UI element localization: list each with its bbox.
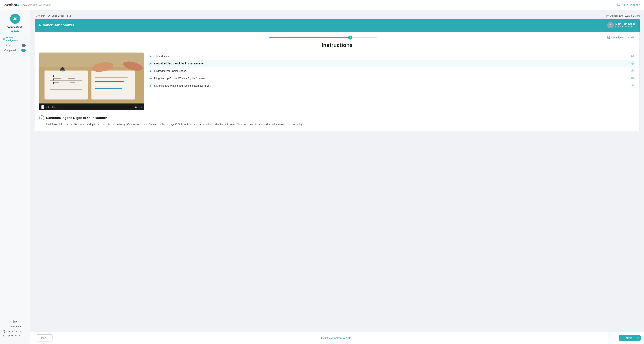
- step-title: Randomizing the Digits in Your Number: [46, 116, 107, 120]
- sign-out-button[interactable]: Sign out: [0, 29, 30, 32]
- grade-badge: M: [67, 15, 71, 17]
- completion-checklist-button[interactable]: Completion Checklist: [607, 36, 635, 39]
- logo: ozobot Classroom FOR EDUCATORS: [4, 3, 51, 8]
- lesson-body: 4 Completion Checklist Instructions: [35, 32, 640, 131]
- sidebar-bottom: Resources Color Code Chart Update Ozobot: [0, 316, 30, 340]
- hint-button[interactable]: Stuck? Ask for a hint!: [321, 336, 351, 339]
- progress-fill: [269, 37, 350, 38]
- video-play-button[interactable]: ▶: [41, 105, 44, 109]
- color-code-chart-label: Color Code Chart: [6, 330, 23, 333]
- home-assignments-section: Home assignments ⌃ To Do 3 Completed 11: [0, 35, 30, 54]
- step-body: First, look at the Number Randomizer Map…: [39, 122, 635, 127]
- home-assignments-label: Home assignments: [6, 36, 25, 42]
- color-codes-icon: [48, 15, 50, 17]
- todo-label: To Do: [4, 44, 10, 47]
- sidebar: JS Joanne Smith Sign out Home assignment…: [0, 10, 30, 344]
- resources-section[interactable]: Resources: [3, 319, 27, 327]
- completed-badge: 11: [21, 49, 26, 52]
- update-ozobot-link[interactable]: Update Ozobot: [3, 333, 27, 337]
- video-seekbar-area: [39, 103, 144, 104]
- progress-dot: 4: [348, 36, 352, 40]
- class-name: Math - 5th Grade: [616, 22, 635, 25]
- video-volume-button[interactable]: 🔊: [134, 106, 137, 109]
- lesson-title: Number Randomizer: [39, 23, 74, 27]
- class-text: Math - 5th Grade Caroline Jefferson: [616, 22, 635, 28]
- duration-text: 45 min: [38, 15, 45, 17]
- update-icon: [3, 334, 6, 337]
- hint-chat-icon: [321, 337, 324, 339]
- playlist-item-4[interactable]: ▶ 4. Lighting up Ozobot When a Digit is …: [148, 75, 635, 82]
- playlist-text-4: 4. Lighting up Ozobot When a Digit is Ch…: [154, 77, 630, 80]
- user-name: Joanne Smith: [0, 26, 30, 29]
- progress-area: 4: [39, 37, 607, 38]
- checklist-icon: [607, 36, 610, 39]
- step-section: 2 Randomizing the Digits in Your Number …: [39, 115, 635, 127]
- video-column: ▶ 0:00 / 1:18 🔊 ⛶: [39, 53, 144, 110]
- update-ozobot-label: Update Ozobot: [6, 334, 21, 337]
- type-text: Color Codes: [52, 15, 64, 17]
- chat-icon: [618, 4, 620, 6]
- logo-for-educ-label: FOR EDUCATORS: [33, 4, 51, 6]
- duration-info: 45 min: [35, 15, 45, 17]
- sidebar-item-todo[interactable]: To Do 3: [3, 43, 27, 48]
- play-circle-icon-5: ▶: [150, 84, 152, 87]
- svg-rect-0: [4, 39, 4, 40]
- video-time: 0:00 / 1:18: [46, 106, 56, 108]
- home-assignments-title[interactable]: Home assignments ⌃: [3, 36, 27, 42]
- video-thumbnail: [39, 53, 144, 103]
- info-icon-4[interactable]: ⓘ: [631, 77, 634, 80]
- teacher-name: Caroline Jefferson: [616, 25, 635, 28]
- progress-track: 4: [269, 37, 377, 38]
- playlist-item-5[interactable]: ▶ 5. Making and Writing Your Decimal Num…: [148, 82, 635, 89]
- top-nav: ozobot Classroom FOR EDUCATORS Ask a Tea…: [0, 0, 644, 10]
- ask-teacher-button[interactable]: Ask a Teacher: [618, 4, 640, 7]
- type-info: Color Codes: [48, 15, 64, 17]
- todo-badge: 3: [22, 44, 26, 47]
- resources-label: Resources: [10, 325, 20, 327]
- svg-point-5: [4, 331, 5, 331]
- color-code-chart-link[interactable]: Color Code Chart: [3, 329, 27, 333]
- playlist-item-1[interactable]: ▶ 1. Introduction ⓘ: [148, 53, 635, 60]
- progress-row: 4 Completion Checklist: [39, 36, 635, 39]
- resources-icon: [13, 319, 18, 324]
- svg-point-6: [4, 332, 4, 332]
- help-button[interactable]: ?: [634, 334, 641, 341]
- svg-rect-8: [607, 15, 609, 17]
- clock-icon: [35, 15, 37, 17]
- sidebar-item-completed[interactable]: Completed 11: [3, 48, 27, 53]
- playlist-item-2[interactable]: ▶ 2. Randomizing the Digits in Your Numb…: [148, 60, 635, 67]
- video-progress-bar[interactable]: [58, 107, 132, 107]
- info-icon-5[interactable]: ⓘ: [631, 84, 634, 87]
- meta-left: 45 min Color Codes M: [35, 15, 71, 17]
- step-header: 2 Randomizing the Digits in Your Number: [39, 115, 635, 120]
- lesson-header: Number Randomizer O Math - 5th Grade Car…: [35, 19, 640, 32]
- svg-rect-3: [14, 322, 16, 322]
- date-text: October 10th, 2020, 9:15 pm: [610, 15, 640, 17]
- back-button[interactable]: Back: [36, 334, 52, 341]
- color-code-icon: [3, 330, 6, 333]
- home-icon: [3, 38, 5, 40]
- class-avatar: O: [607, 22, 614, 28]
- bottom-bar: Back Stuck? Ask for a hint! Next: [30, 332, 644, 344]
- playlist-column: ▶ 1. Introduction ⓘ ▶ 2. Randomizing the…: [148, 53, 635, 110]
- playlist-item-3[interactable]: ▶ 3. Drawing Your Color Codes ⓘ: [148, 67, 635, 74]
- play-circle-icon-2: ▶: [150, 62, 152, 65]
- video-fullscreen-button[interactable]: ⛶: [139, 106, 142, 109]
- info-icon-1[interactable]: ⓘ: [631, 55, 634, 58]
- info-icon-2[interactable]: ⓘ: [631, 62, 634, 65]
- avatar: JS: [10, 14, 20, 24]
- step-number: 2: [39, 115, 44, 120]
- app-layout: JS Joanne Smith Sign out Home assignment…: [0, 10, 644, 344]
- instructions-heading: Instructions: [39, 42, 635, 48]
- meta-date: October 10th, 2020, 9:15 pm: [606, 15, 640, 17]
- play-circle-icon-4: ▶: [150, 77, 152, 80]
- main-content: 45 min Color Codes M October 10th, 2020,…: [30, 10, 644, 344]
- svg-point-4: [4, 331, 4, 331]
- ask-teacher-label: Ask a Teacher: [622, 4, 640, 7]
- video-controls: ▶ 0:00 / 1:18 🔊 ⛶: [39, 104, 144, 110]
- info-icon-3[interactable]: ⓘ: [631, 69, 634, 73]
- svg-rect-2: [14, 321, 16, 322]
- playlist-text-1: 1. Introduction: [154, 55, 630, 58]
- playlist-text-5: 5. Making and Writing Your Decimal Numbe…: [154, 84, 630, 87]
- play-circle-icon-1: ▶: [150, 54, 152, 58]
